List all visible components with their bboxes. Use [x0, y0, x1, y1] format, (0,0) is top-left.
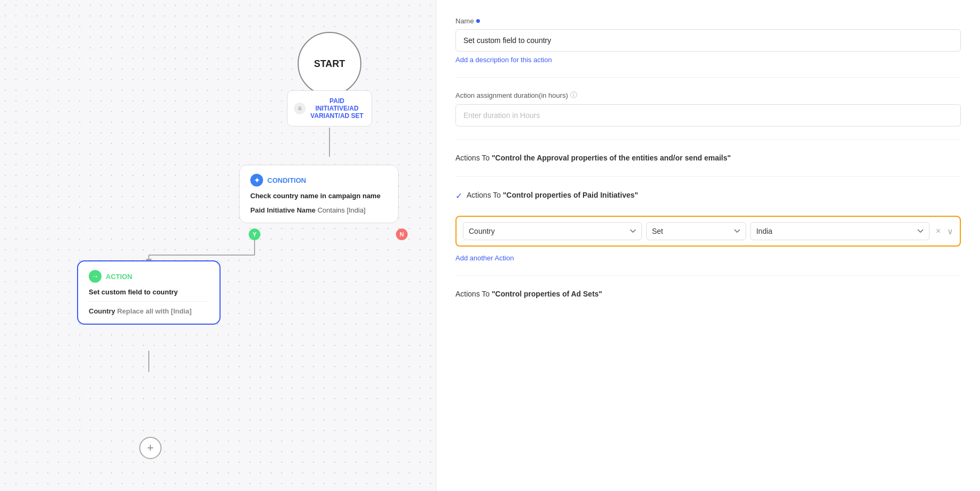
- canvas-content: START ≡ PAID INITIATIVE/AD VARIANT/AD SE…: [0, 0, 436, 491]
- actions-adsets-header: Actions To "Control properties of Ad Set…: [455, 289, 961, 300]
- action-header: → ACTION: [89, 270, 209, 283]
- action-row-paid: Country Set India × ∨: [455, 216, 961, 247]
- divider-3: [455, 176, 961, 177]
- checkmark-row: ✓ Actions To "Control properties of Paid…: [455, 190, 961, 207]
- action-icon: →: [89, 270, 102, 283]
- start-label: START: [314, 58, 345, 70]
- condition-title: Check country name in campaign name: [250, 192, 387, 200]
- action-expand-button[interactable]: ∨: [947, 226, 953, 236]
- actions-approval-header: Actions To "Control the Approval propert…: [455, 153, 961, 164]
- add-action-label: Add another Action: [455, 254, 514, 262]
- divider-2: [455, 139, 961, 140]
- paid-node-icon: ≡: [294, 103, 306, 114]
- condition-rule-value: [India]: [347, 206, 365, 214]
- action-remove-button[interactable]: ×: [934, 226, 943, 236]
- paid-initiative-node[interactable]: ≡ PAID INITIATIVE/AD VARIANT/AD SET: [287, 90, 372, 126]
- condition-node[interactable]: ✦ CONDITION Check country name in campai…: [239, 165, 399, 223]
- actions-paid-header: Actions To "Control properties of Paid I…: [467, 190, 638, 201]
- actions-paid-prefix: Actions To: [467, 191, 503, 199]
- action-detail-field: Country: [89, 307, 115, 315]
- divider-1: [455, 77, 961, 78]
- name-label: Name: [455, 17, 961, 25]
- add-node-button[interactable]: +: [139, 437, 162, 459]
- start-node: START: [298, 32, 361, 96]
- canvas-panel: START ≡ PAID INITIATIVE/AD VARIANT/AD SE…: [0, 0, 436, 491]
- condition-rule-operator: Contains: [317, 206, 347, 214]
- required-indicator: [476, 19, 480, 23]
- action-field-select[interactable]: Country: [463, 222, 642, 240]
- actions-adsets-title: "Control properties of Ad Sets": [492, 290, 602, 298]
- actions-paid-section: ✓ Actions To "Control properties of Paid…: [455, 190, 961, 263]
- action-title: Set custom field to country: [89, 288, 209, 296]
- condition-header: ✦ CONDITION: [250, 174, 387, 187]
- condition-icon: ✦: [250, 174, 263, 187]
- action-node[interactable]: → ACTION Set custom field to country Cou…: [77, 260, 221, 325]
- name-input[interactable]: [455, 29, 961, 52]
- duration-input[interactable]: [455, 104, 961, 126]
- connector-svg: [0, 0, 436, 491]
- action-detail: Country Replace all with [India]: [89, 307, 209, 315]
- actions-adsets-prefix: Actions To: [455, 290, 492, 298]
- condition-label: CONDITION: [267, 176, 306, 184]
- actions-approval-title: "Control the Approval properties of the …: [492, 154, 731, 162]
- checkmark-icon: ✓: [455, 191, 462, 201]
- action-divider: [89, 301, 209, 302]
- add-another-action-link[interactable]: Add another Action: [455, 254, 514, 262]
- condition-rule: Paid Initiative Name Contains [India]: [250, 206, 387, 214]
- actions-paid-title: "Control properties of Paid Initiatives": [503, 191, 638, 199]
- actions-approval-prefix: Actions To: [455, 154, 492, 162]
- duration-field-group: Action assignment duration(in hours) ⓘ: [455, 90, 961, 126]
- config-panel: Name Add a description for this action A…: [436, 0, 980, 491]
- badge-yes: Y: [249, 228, 260, 240]
- condition-rule-field: Paid Initiative Name: [250, 206, 316, 214]
- actions-approval-section: Actions To "Control the Approval propert…: [455, 153, 961, 164]
- actions-adsets-section: Actions To "Control properties of Ad Set…: [455, 289, 961, 300]
- duration-info-icon[interactable]: ⓘ: [570, 90, 577, 100]
- action-operator-select[interactable]: Set: [646, 222, 746, 240]
- add-description-link[interactable]: Add a description for this action: [455, 56, 552, 64]
- divider-4: [455, 275, 961, 276]
- action-target-select[interactable]: India: [750, 222, 930, 240]
- paid-node-label: PAID INITIATIVE/AD VARIANT/AD SET: [309, 97, 365, 120]
- badge-no: N: [396, 228, 408, 240]
- name-field-group: Name Add a description for this action: [455, 17, 961, 64]
- action-label: ACTION: [106, 273, 132, 281]
- action-detail-value: Replace all with [India]: [117, 307, 191, 315]
- duration-label: Action assignment duration(in hours) ⓘ: [455, 90, 961, 100]
